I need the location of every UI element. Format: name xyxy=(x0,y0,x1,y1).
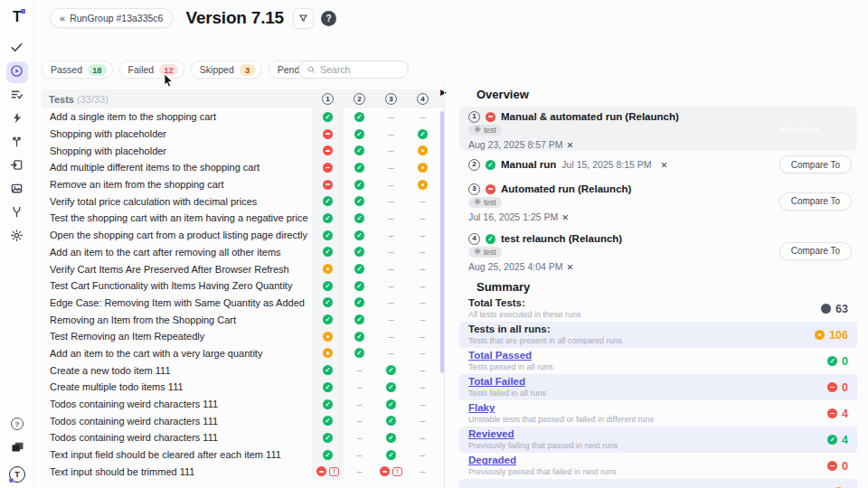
status-skipped-icon[interactable] xyxy=(815,330,825,340)
status-passed-icon[interactable] xyxy=(486,234,495,244)
status-passed-icon[interactable] xyxy=(386,433,396,443)
status-passed-icon[interactable] xyxy=(386,416,396,426)
test-row[interactable]: Create multiple todo items 111–– xyxy=(42,379,443,396)
status-passed-icon[interactable] xyxy=(486,160,495,170)
help-circle-icon[interactable]: ? xyxy=(11,418,24,430)
status-skipped-icon[interactable] xyxy=(323,332,333,342)
sidebar-item-image[interactable] xyxy=(6,179,28,201)
sidebar-item-fork[interactable] xyxy=(6,202,28,224)
test-row[interactable]: Add an item to the cart after removing a… xyxy=(42,244,443,261)
status-skipped-icon[interactable] xyxy=(323,264,333,274)
test-row[interactable]: Create a new todo item 111–– xyxy=(42,361,443,379)
sidebar-item-gear[interactable] xyxy=(6,226,28,248)
status-failed-icon[interactable] xyxy=(486,184,495,194)
status-passed-icon[interactable] xyxy=(354,314,364,324)
account-avatar[interactable]: T xyxy=(9,466,25,483)
sidebar-item-check[interactable] xyxy=(6,38,28,60)
status-failed-icon[interactable] xyxy=(323,180,333,190)
test-row[interactable]: Shopping with placeholder– xyxy=(42,142,443,159)
rungroup-back-button[interactable]: « RunGroup #13a335c6 xyxy=(50,8,173,28)
filter-chip-skipped[interactable]: Skipped3 xyxy=(191,61,262,79)
status-passed-icon[interactable] xyxy=(323,382,333,392)
remove-run-icon[interactable]: ✕ xyxy=(567,140,574,150)
status-passed-icon[interactable] xyxy=(323,399,333,409)
test-row[interactable]: Verify Cart Items Are Preserved After Br… xyxy=(42,260,443,277)
status-skipped-icon[interactable] xyxy=(418,145,428,155)
run-column-3[interactable]: 3 xyxy=(385,93,397,105)
status-failed-icon[interactable] xyxy=(323,145,333,155)
remove-run-icon[interactable]: ✕ xyxy=(661,160,668,170)
status-passed-icon[interactable] xyxy=(354,180,364,190)
help-button[interactable]: ? xyxy=(321,11,336,26)
status-skipped-icon[interactable] xyxy=(323,348,333,358)
comment-icon[interactable]: ! xyxy=(392,467,402,476)
status-passed-icon[interactable] xyxy=(323,314,333,324)
test-row[interactable]: Todos containing weird characters 111–– xyxy=(42,396,443,413)
search-input[interactable] xyxy=(320,64,401,75)
sidebar-item-play-circle[interactable] xyxy=(6,61,28,83)
search-box[interactable] xyxy=(298,61,409,79)
status-passed-icon[interactable] xyxy=(323,450,333,460)
docs-icon[interactable] xyxy=(11,440,24,456)
compare-to-button[interactable]: Compare To xyxy=(779,192,852,211)
sidebar-item-split[interactable] xyxy=(6,132,28,154)
status-passed-icon[interactable] xyxy=(386,450,396,460)
test-row[interactable]: Text input field should be cleared after… xyxy=(42,446,443,464)
run-item[interactable]: 2Manual runJul 15, 2025 8:15 PM✕Compare … xyxy=(459,155,857,174)
test-row[interactable]: Test Cart Functionality with Items Havin… xyxy=(42,277,443,295)
status-passed-icon[interactable] xyxy=(323,281,333,291)
status-failed-icon[interactable] xyxy=(323,129,333,139)
status-passed-icon[interactable] xyxy=(386,399,396,409)
status-passed-icon[interactable] xyxy=(386,365,396,375)
summary-label[interactable]: Revieved xyxy=(468,428,618,441)
run-column-1[interactable]: 1 xyxy=(322,93,334,105)
status-passed-icon[interactable] xyxy=(354,163,364,173)
status-failed-icon[interactable] xyxy=(827,408,837,418)
test-row[interactable]: Add a single item to the shopping cart–– xyxy=(42,108,443,126)
test-row[interactable]: Test Removing an Item Repeatedly–– xyxy=(42,328,443,345)
app-logo[interactable]: T xyxy=(0,0,34,34)
status-passed-icon[interactable] xyxy=(323,365,333,375)
compare-to-button[interactable]: Compare To xyxy=(779,155,852,174)
status-skipped-icon[interactable] xyxy=(418,163,428,173)
test-row[interactable]: Test the shopping cart with an item havi… xyxy=(42,210,443,227)
sidebar-item-bolt[interactable] xyxy=(6,108,28,130)
remove-run-icon[interactable]: ✕ xyxy=(567,262,574,272)
status-passed-icon[interactable] xyxy=(354,281,364,291)
status-passed-icon[interactable] xyxy=(323,416,333,426)
summary-label[interactable]: Total Passed xyxy=(468,350,553,362)
test-row[interactable]: Open the shopping cart from a product li… xyxy=(42,227,443,244)
summary-label[interactable]: Total Failed xyxy=(468,376,546,389)
run-column-4[interactable]: 4 xyxy=(417,93,429,105)
status-passed-icon[interactable] xyxy=(323,297,333,307)
run-tag[interactable]: test xyxy=(468,125,502,136)
status-passed-icon[interactable] xyxy=(354,297,364,307)
status-passed-icon[interactable] xyxy=(323,112,333,122)
filter-button[interactable] xyxy=(293,8,314,29)
run-tag[interactable]: test xyxy=(468,247,502,258)
status-passed-icon[interactable] xyxy=(354,196,364,206)
run-item[interactable]: 1Manual & automated run (Relaunch)testAu… xyxy=(459,107,857,151)
sidebar-item-list-check[interactable] xyxy=(6,85,28,107)
test-row[interactable]: Add an item to the cart with a very larg… xyxy=(42,345,443,362)
test-row[interactable]: Todos containing weird characters 111–– xyxy=(42,429,443,446)
sidebar-item-import[interactable] xyxy=(6,155,28,177)
remove-run-icon[interactable]: ✕ xyxy=(561,212,569,222)
comment-icon[interactable]: ! xyxy=(329,467,339,476)
status-passed-icon[interactable] xyxy=(323,433,333,443)
status-passed-icon[interactable] xyxy=(323,196,333,206)
test-row[interactable]: Edge Case: Removing Item with Same Quant… xyxy=(42,295,443,312)
status-skipped-icon[interactable] xyxy=(418,180,428,190)
summary-label[interactable]: Flaky xyxy=(468,402,654,415)
status-passed-icon[interactable] xyxy=(354,348,364,358)
filter-chip-passed[interactable]: Passed18 xyxy=(42,61,113,79)
status-failed-icon[interactable] xyxy=(486,112,495,122)
status-failed-icon[interactable] xyxy=(380,466,390,476)
status-passed-icon[interactable] xyxy=(323,247,333,257)
summary-label[interactable]: Degraded xyxy=(468,455,617,467)
status-passed-icon[interactable] xyxy=(354,112,364,122)
status-passed-icon[interactable] xyxy=(354,129,364,139)
status-passed-icon[interactable] xyxy=(354,230,364,240)
status-passed-icon[interactable] xyxy=(354,213,364,223)
test-row[interactable]: Remove an item from the shopping cart– xyxy=(42,176,443,193)
